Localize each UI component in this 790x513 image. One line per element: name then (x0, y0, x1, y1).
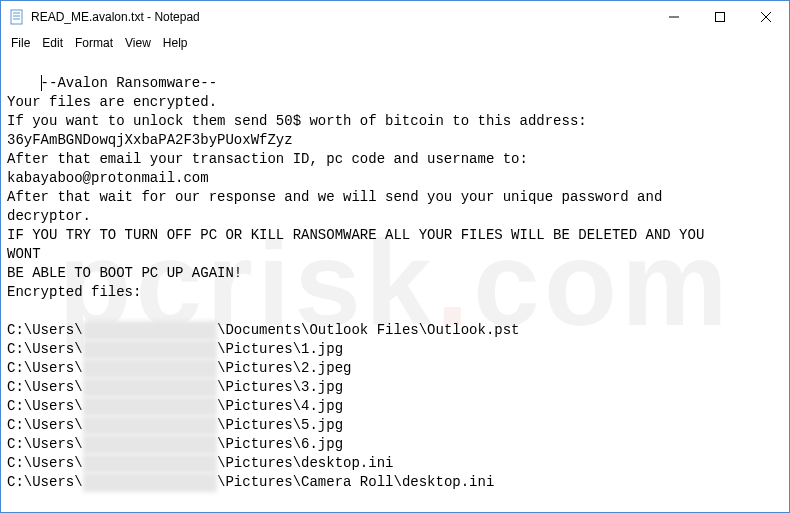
svg-rect-0 (11, 10, 22, 24)
path-prefix: C:\Users\ (7, 360, 83, 376)
line: After that wait for our response and we … (7, 189, 662, 205)
redacted-username: ████████████████ (83, 378, 217, 397)
path-prefix: C:\Users\ (7, 398, 83, 414)
titlebar: READ_ME.avalon.txt - Notepad (1, 1, 789, 33)
line: Your files are encrypted. (7, 94, 217, 110)
path-suffix: \Documents\Outlook Files\Outlook.pst (217, 322, 519, 338)
notepad-icon (9, 9, 25, 25)
line: If you want to unlock them send 50$ wort… (7, 113, 587, 129)
redacted-username: ████████████████ (83, 359, 217, 378)
redacted-username: ████████████████ (83, 416, 217, 435)
line: --Avalon Ransomware-- (41, 75, 217, 91)
line: WONT (7, 246, 41, 262)
svg-rect-5 (716, 13, 725, 22)
redacted-username: ████████████████ (83, 473, 217, 492)
path-suffix: \Pictures\6.jpg (217, 436, 343, 452)
path-prefix: C:\Users\ (7, 379, 83, 395)
menubar: File Edit Format View Help (1, 33, 789, 53)
path-prefix: C:\Users\ (7, 436, 83, 452)
redacted-username: ████████████████ (83, 397, 217, 416)
text-area[interactable]: pcrisk.com--Avalon Ransomware-- Your fil… (1, 53, 789, 512)
path-prefix: C:\Users\ (7, 417, 83, 433)
path-suffix: \Pictures\desktop.ini (217, 455, 393, 471)
line: 36yFAmBGNDowqjXxbaPA2F3byPUoxWfZyz (7, 132, 293, 148)
minimize-button[interactable] (651, 1, 697, 33)
notepad-window: READ_ME.avalon.txt - Notepad File Edit F… (0, 0, 790, 513)
path-suffix: \Pictures\4.jpg (217, 398, 343, 414)
menu-format[interactable]: Format (69, 35, 119, 51)
window-controls (651, 1, 789, 33)
path-prefix: C:\Users\ (7, 474, 83, 490)
path-prefix: C:\Users\ (7, 322, 83, 338)
path-suffix: \Pictures\2.jpeg (217, 360, 351, 376)
redacted-username: ████████████████ (83, 435, 217, 454)
redacted-username: ████████████████ (83, 340, 217, 359)
menu-file[interactable]: File (5, 35, 36, 51)
menu-view[interactable]: View (119, 35, 157, 51)
line: IF YOU TRY TO TURN OFF PC OR KILL RANSOM… (7, 227, 704, 243)
path-suffix: \Pictures\3.jpg (217, 379, 343, 395)
line: kabayaboo@protonmail.com (7, 170, 209, 186)
path-suffix: \Pictures\5.jpg (217, 417, 343, 433)
menu-help[interactable]: Help (157, 35, 194, 51)
maximize-button[interactable] (697, 1, 743, 33)
window-title: READ_ME.avalon.txt - Notepad (31, 10, 651, 24)
path-suffix: \Pictures\Camera Roll\desktop.ini (217, 474, 494, 490)
redacted-username: ████████████████ (83, 321, 217, 340)
redacted-username: ████████████████ (83, 454, 217, 473)
line: BE ABLE TO BOOT PC UP AGAIN! (7, 265, 242, 281)
line: decryptor. (7, 208, 91, 224)
path-suffix: \Pictures\1.jpg (217, 341, 343, 357)
path-prefix: C:\Users\ (7, 455, 83, 471)
line: Encrypted files: (7, 284, 141, 300)
path-prefix: C:\Users\ (7, 341, 83, 357)
menu-edit[interactable]: Edit (36, 35, 69, 51)
line: After that email your transaction ID, pc… (7, 151, 528, 167)
close-button[interactable] (743, 1, 789, 33)
